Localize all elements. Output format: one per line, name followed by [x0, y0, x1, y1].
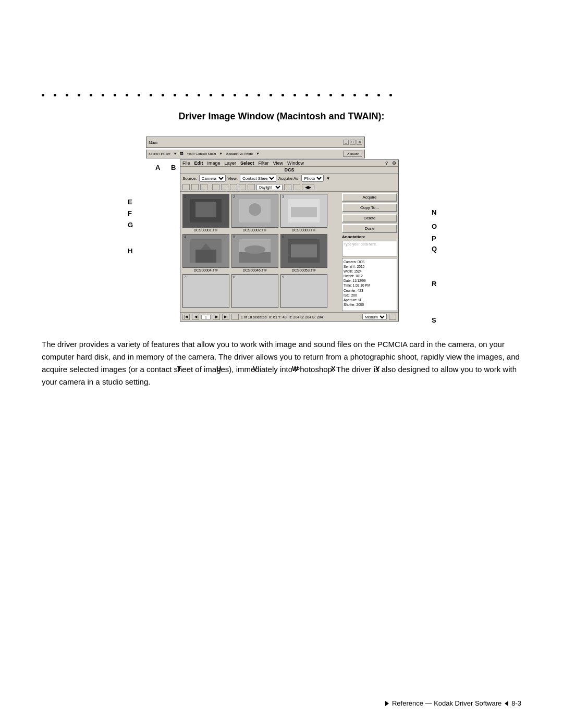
thumb-svg-3 — [288, 199, 320, 223]
img-thumb-3[interactable]: 3 — [280, 194, 327, 228]
dot — [246, 94, 248, 96]
nav-first[interactable]: |◀ — [182, 314, 190, 320]
toolbar-icon-11[interactable]: ◀▶ — [302, 184, 314, 190]
settings-icon: ⚙ — [392, 161, 396, 166]
nav-prev[interactable]: ◀ — [192, 314, 199, 320]
img-thumb-7[interactable]: 7 — [182, 274, 229, 308]
body-text: The driver provides a variety of feature… — [42, 338, 521, 388]
img-thumb-6[interactable]: 6 — [280, 234, 327, 268]
svg-rect-5 — [291, 207, 317, 217]
page-input[interactable] — [201, 315, 211, 319]
screenshot-wrapper: A B C D E F G H I J K L M N O P Q R S T … — [42, 131, 521, 322]
menu-layer[interactable]: Layer — [225, 161, 237, 166]
dot — [42, 94, 44, 96]
img-thumb-1[interactable]: 1 — [182, 194, 229, 228]
daylight-select[interactable]: Daylight — [256, 184, 283, 190]
dot — [234, 94, 236, 96]
callout-label-g: G — [128, 221, 133, 229]
nav-icon[interactable] — [231, 314, 239, 320]
dot — [365, 94, 368, 96]
img-thumb-5[interactable]: 5 — [231, 234, 278, 268]
dot — [114, 94, 116, 96]
nav-last[interactable]: ▶| — [222, 314, 229, 320]
img-cell-7: 7 — [182, 274, 229, 308]
toolbar-icon-10[interactable] — [293, 184, 300, 190]
toolbar-icon-7[interactable] — [239, 184, 246, 190]
thumb-svg-5 — [239, 239, 271, 263]
dot — [126, 94, 128, 96]
done-button[interactable]: Done — [342, 224, 397, 233]
menu-window[interactable]: Window — [287, 161, 304, 166]
dot — [162, 94, 164, 96]
menu-filter[interactable]: Filter — [259, 161, 269, 166]
thumb-svg-1 — [190, 199, 222, 223]
view-select[interactable]: Contact Sheet — [240, 175, 276, 182]
menu-image[interactable]: Image — [207, 161, 221, 166]
dot — [329, 94, 332, 96]
selected-status: 1 of 18 selected — [241, 315, 266, 319]
nav-next[interactable]: ▶ — [213, 314, 220, 320]
acquire-button[interactable]: Acquire — [342, 193, 397, 202]
img-thumb-9[interactable]: 9 — [280, 274, 327, 308]
img-cell-2: 2 DCS00002.TIF — [231, 194, 278, 232]
delete-button[interactable]: Delete — [342, 214, 397, 223]
callout-label-f: F — [128, 209, 132, 217]
dot — [258, 94, 260, 96]
menu-view[interactable]: View — [273, 161, 283, 166]
img-thumb-8[interactable]: 8 — [231, 274, 278, 308]
thumb-svg-6 — [288, 239, 320, 263]
svg-rect-1 — [195, 202, 216, 217]
view-mode-icon[interactable] — [389, 314, 396, 320]
dot — [54, 94, 56, 96]
dot — [102, 94, 104, 96]
dot — [282, 94, 284, 96]
toolbar-icon-4[interactable] — [212, 184, 219, 190]
dot — [305, 94, 308, 96]
dot — [353, 94, 356, 96]
toolbar-icon-3[interactable] — [200, 184, 207, 190]
toolbar-icon-2[interactable] — [191, 184, 199, 190]
bottom-bar: |◀ ◀ ▶ ▶| 1 of 18 selected X: 61 Y: 48 R… — [180, 312, 398, 321]
dot — [293, 94, 296, 96]
menubar: File Edit Image Layer Select Filter View… — [180, 160, 398, 167]
img-cell-6: 6 DCS00053.TIF — [280, 234, 327, 272]
img-cell-1: 1 DCS00001.TIF — [182, 194, 229, 232]
copy-to-button[interactable]: Copy To... — [342, 203, 397, 212]
img-label-6: DCS00053.TIF — [280, 268, 327, 272]
toolbar-icon-9[interactable] — [284, 184, 291, 190]
mini-window-bar: Main _ □ ✕ — [146, 137, 365, 148]
menu-edit[interactable]: Edit — [194, 161, 203, 166]
img-thumb-2[interactable]: 2 — [231, 194, 278, 228]
menu-select[interactable]: Select — [240, 161, 254, 166]
toolbar-icon-5[interactable] — [221, 184, 228, 190]
callout-label-b: B — [171, 164, 176, 171]
toolbar-icon-1[interactable] — [182, 184, 190, 190]
callout-label-t: T — [177, 365, 181, 373]
img-label-3: DCS00003.TIF — [280, 228, 327, 232]
grid-row-3: 7 8 9 — [182, 274, 339, 308]
annotation-box[interactable]: Type your data here. — [342, 241, 397, 256]
info-box: Camera: DCS Serial #: 2515 Width: 1524 H… — [342, 258, 397, 311]
source-select[interactable]: Camera — [199, 175, 226, 182]
footer-arrow-left-icon — [505, 701, 508, 706]
img-thumb-4[interactable]: 4 — [182, 234, 229, 268]
acquire-select[interactable]: Photo — [301, 175, 324, 182]
toolbar-icon-6[interactable] — [230, 184, 237, 190]
dot — [377, 94, 380, 96]
view-mode-select[interactable]: Medium — [362, 314, 387, 320]
menu-file[interactable]: File — [182, 161, 190, 166]
callout-label-q: Q — [432, 245, 437, 253]
dot — [90, 94, 92, 96]
annotation-label: Annotation: — [342, 235, 397, 239]
dot — [341, 94, 344, 96]
window-area: Main _ □ ✕ Source: Folder ▼ 🖼 Visit: Con… — [146, 137, 433, 322]
svg-point-3 — [249, 203, 261, 216]
callout-label-v: V — [253, 365, 258, 373]
dot — [66, 94, 68, 96]
toolbar-icon-8[interactable] — [248, 184, 255, 190]
callout-label-r: R — [432, 280, 436, 288]
acquire-mini-btn[interactable]: Acquire — [343, 151, 362, 157]
rgb-display: R: 204 G: 204 B: 204 — [289, 315, 323, 319]
footer-arrow-right-icon — [385, 701, 389, 706]
callout-label-w: W — [292, 365, 298, 373]
